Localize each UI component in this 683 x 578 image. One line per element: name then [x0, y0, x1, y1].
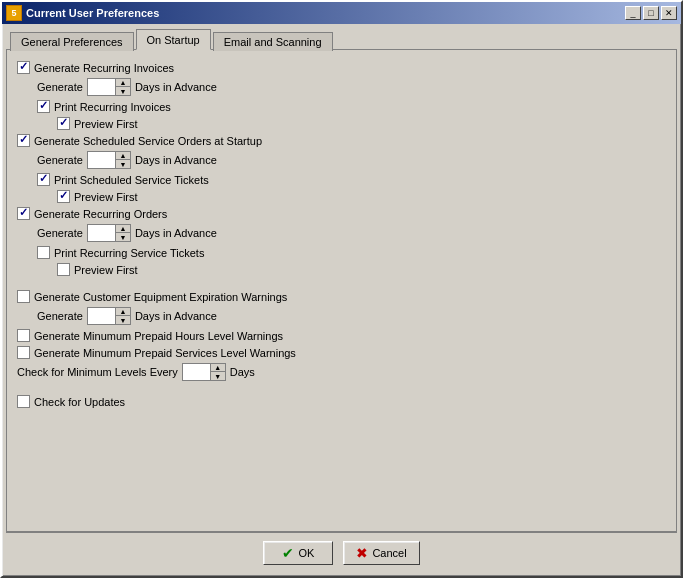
spin-up-1[interactable]: ▲	[116, 79, 130, 87]
spin-down-3[interactable]: ▼	[116, 233, 130, 241]
generate-equipment-row: Generate Customer Equipment Expiration W…	[17, 289, 666, 304]
days-label: Days	[230, 366, 255, 378]
spin-up-5[interactable]: ▲	[211, 364, 225, 372]
generate-spinbox-1[interactable]: 0 ▲ ▼	[87, 78, 131, 96]
print-scheduled-row: Print Scheduled Service Tickets	[37, 172, 666, 187]
print-recurring-tickets-checkbox[interactable]	[37, 246, 50, 259]
ok-button[interactable]: ✔ OK	[263, 541, 333, 565]
tab-general-preferences[interactable]: General Preferences	[10, 32, 134, 51]
generate-row-3: Generate 0 ▲ ▼ Days in Advance	[37, 223, 666, 243]
print-scheduled-label[interactable]: Print Scheduled Service Tickets	[54, 174, 209, 186]
ok-icon: ✔	[282, 545, 294, 561]
preview-first-2-checkbox[interactable]	[57, 190, 70, 203]
spin-up-3[interactable]: ▲	[116, 225, 130, 233]
check-minimum-label: Check for Minimum Levels Every	[17, 366, 178, 378]
spin-down-5[interactable]: ▼	[211, 372, 225, 380]
days-in-advance-label-2: Days in Advance	[135, 154, 217, 166]
generate-equipment-checkbox[interactable]	[17, 290, 30, 303]
generate-label-4: Generate	[37, 310, 83, 322]
generate-prepaid-services-row: Generate Minumum Prepaid Services Level …	[17, 345, 666, 360]
check-minimum-row: Check for Minimum Levels Every 5 ▲ ▼ Day…	[17, 362, 666, 382]
main-window: 5 Current User Preferences _ □ ✕ General…	[0, 0, 683, 578]
generate-recurring-orders-row: Generate Recurring Orders	[17, 206, 666, 221]
tab-bar: General Preferences On Startup Email and…	[6, 28, 677, 49]
window-body: General Preferences On Startup Email and…	[2, 24, 681, 576]
cancel-label: Cancel	[372, 547, 406, 559]
generate-prepaid-services-label[interactable]: Generate Minumum Prepaid Services Level …	[34, 347, 296, 359]
print-recurring-invoices-checkbox[interactable]	[37, 100, 50, 113]
generate-recurring-invoices-checkbox[interactable]	[17, 61, 30, 74]
spacer-1	[17, 279, 666, 287]
generate-recurring-orders-label[interactable]: Generate Recurring Orders	[34, 208, 167, 220]
generate-label-1: Generate	[37, 81, 83, 93]
generate-row-4: Generate 30 ▲ ▼ Days in Advance	[37, 306, 666, 326]
days-in-advance-label-1: Days in Advance	[135, 81, 217, 93]
spacer-2	[17, 384, 666, 392]
print-recurring-invoices-label[interactable]: Print Recurring Invoices	[54, 101, 171, 113]
check-minimum-spin-input[interactable]: 5	[182, 363, 210, 381]
minimize-button[interactable]: _	[625, 6, 641, 20]
print-recurring-tickets-row: Print Recurring Service Tickets	[37, 245, 666, 260]
preview-first-3-row: Preview First	[57, 262, 666, 277]
generate-spinbox-4[interactable]: 30 ▲ ▼	[87, 307, 131, 325]
days-in-advance-label-3: Days in Advance	[135, 227, 217, 239]
check-minimum-spinbox[interactable]: 5 ▲ ▼	[182, 363, 226, 381]
generate-scheduled-label[interactable]: Generate Scheduled Service Orders at Sta…	[34, 135, 262, 147]
preview-first-3-label[interactable]: Preview First	[74, 264, 138, 276]
maximize-button[interactable]: □	[643, 6, 659, 20]
generate-label-3: Generate	[37, 227, 83, 239]
print-recurring-invoices-row: Print Recurring Invoices	[37, 99, 666, 114]
cancel-icon: ✖	[356, 545, 368, 561]
print-recurring-tickets-label[interactable]: Print Recurring Service Tickets	[54, 247, 204, 259]
button-bar: ✔ OK ✖ Cancel	[6, 532, 677, 572]
generate-spinbox-3[interactable]: 0 ▲ ▼	[87, 224, 131, 242]
generate-recurring-orders-checkbox[interactable]	[17, 207, 30, 220]
generate-recurring-invoices-label[interactable]: Generate Recurring Invoices	[34, 62, 174, 74]
generate-spinbox-2[interactable]: 0 ▲ ▼	[87, 151, 131, 169]
spin-up-4[interactable]: ▲	[116, 308, 130, 316]
title-bar: 5 Current User Preferences _ □ ✕	[2, 2, 681, 24]
spin-down-2[interactable]: ▼	[116, 160, 130, 168]
check-updates-checkbox[interactable]	[17, 395, 30, 408]
generate-recurring-invoices-row: Generate Recurring Invoices	[17, 60, 666, 75]
generate-prepaid-hours-checkbox[interactable]	[17, 329, 30, 342]
spin-up-2[interactable]: ▲	[116, 152, 130, 160]
generate-spin-input-2[interactable]: 0	[87, 151, 115, 169]
print-scheduled-checkbox[interactable]	[37, 173, 50, 186]
generate-prepaid-services-checkbox[interactable]	[17, 346, 30, 359]
spin-down-4[interactable]: ▼	[116, 316, 130, 324]
panel-content: Generate Recurring Invoices Generate 0 ▲…	[6, 49, 677, 532]
check-updates-label[interactable]: Check for Updates	[34, 396, 125, 408]
generate-spin-input-3[interactable]: 0	[87, 224, 115, 242]
generate-label-2: Generate	[37, 154, 83, 166]
preview-first-3-checkbox[interactable]	[57, 263, 70, 276]
preview-first-2-row: Preview First	[57, 189, 666, 204]
app-icon: 5	[6, 5, 22, 21]
generate-scheduled-checkbox[interactable]	[17, 134, 30, 147]
cancel-button[interactable]: ✖ Cancel	[343, 541, 419, 565]
generate-equipment-label[interactable]: Generate Customer Equipment Expiration W…	[34, 291, 287, 303]
generate-row-2: Generate 0 ▲ ▼ Days in Advance	[37, 150, 666, 170]
generate-spin-input-1[interactable]: 0	[87, 78, 115, 96]
tab-email-and-scanning[interactable]: Email and Scanning	[213, 32, 333, 51]
window-title: Current User Preferences	[26, 7, 159, 19]
preview-first-2-label[interactable]: Preview First	[74, 191, 138, 203]
generate-spin-input-4[interactable]: 30	[87, 307, 115, 325]
spin-down-1[interactable]: ▼	[116, 87, 130, 95]
preview-first-1-row: Preview First	[57, 116, 666, 131]
days-in-advance-label-4: Days in Advance	[135, 310, 217, 322]
generate-prepaid-hours-label[interactable]: Generate Minumum Prepaid Hours Level War…	[34, 330, 283, 342]
tab-on-startup[interactable]: On Startup	[136, 29, 211, 50]
close-button[interactable]: ✕	[661, 6, 677, 20]
preview-first-1-label[interactable]: Preview First	[74, 118, 138, 130]
generate-prepaid-hours-row: Generate Minumum Prepaid Hours Level War…	[17, 328, 666, 343]
ok-label: OK	[298, 547, 314, 559]
generate-scheduled-row: Generate Scheduled Service Orders at Sta…	[17, 133, 666, 148]
generate-row-1: Generate 0 ▲ ▼ Days in Advance	[37, 77, 666, 97]
preview-first-1-checkbox[interactable]	[57, 117, 70, 130]
check-updates-row: Check for Updates	[17, 394, 666, 409]
